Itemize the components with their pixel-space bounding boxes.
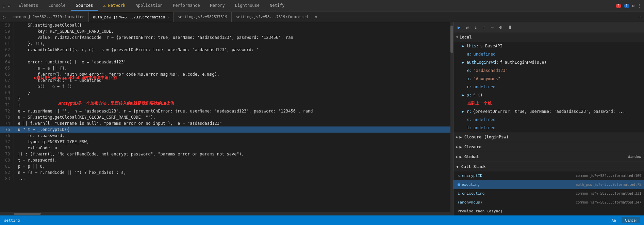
topbar-right: 2 1 ⚙ ⋮ <box>616 3 641 8</box>
file-tab-setting2[interactable]: setting.js?v=58...7319:formatted <box>232 12 312 22</box>
tab-elements[interactable]: Elements <box>14 1 43 11</box>
tab-sources[interactable]: Sources <box>71 1 98 11</box>
scope-t-key: t: <box>467 124 472 131</box>
closure-chevron <box>456 144 458 150</box>
line-number: 81 <box>0 163 14 169</box>
h-scroll-thumb[interactable] <box>14 213 41 215</box>
main-content: 58 SF.setting.setGlobal({ 59 key: KEY_GL… <box>0 22 644 215</box>
line-code: }, !1), <box>14 41 453 47</box>
line-code: value: r.data.csrfRandCode r = {preventO… <box>14 34 453 41</box>
code-scroll[interactable]: 58 SF.setting.setGlobal({ 59 key: KEY_GL… <box>0 22 453 215</box>
scope-this[interactable]: ▶ this: s.BaseAPI <box>453 42 644 50</box>
deactivate-btn[interactable]: ⊘ <box>498 24 503 31</box>
device-icon[interactable]: ⊡ <box>8 3 10 8</box>
line-code: u ? t = _.encryptID({ <box>14 126 453 133</box>
scope-n[interactable]: n: undefined <box>453 83 644 91</box>
line-number: 76 <box>0 133 14 139</box>
scope-local-header[interactable]: Local <box>453 32 644 42</box>
local-chevron <box>456 34 458 41</box>
global-header[interactable]: ▶ Global Window <box>453 152 644 162</box>
panel-toggle[interactable]: ▷ <box>0 14 8 20</box>
code-line-76: 76 id: r.password, <box>0 133 453 139</box>
step-into-btn[interactable]: ↓ <box>473 24 478 31</box>
line-number: 78 <box>0 145 14 151</box>
callstack-item-excuting[interactable]: excuting auth_psw.js?v=5...9:formatted:7… <box>453 180 644 189</box>
callstack-excuting-wrapper: excuting <box>458 181 480 188</box>
callstack-item-promise[interactable]: Promise.then (async) <box>453 207 644 215</box>
scope-a-val: undefined <box>473 51 495 58</box>
scope-r[interactable]: ▶ r: {preventOnError: true, userName: 'a… <box>453 107 644 116</box>
scope-t[interactable]: t: undefined <box>453 124 644 132</box>
code-editor[interactable]: 58 SF.setting.setGlobal({ 59 key: KEY_GL… <box>0 22 453 215</box>
code-line-83: 83 ... <box>0 176 453 182</box>
callstack-loc-2: common.js?v=582...:formatted:331 <box>576 190 641 197</box>
line-code: c.handleAuthResult(s, r, o) s = {prevent… <box>14 47 453 53</box>
code-line-78: 78 extraCode: u <box>0 145 453 151</box>
scope-a[interactable]: a: undefined <box>453 50 644 58</box>
line-code: id: r.password, <box>14 133 453 139</box>
scope-auth-key: ▶ authLoginPwd: <box>462 59 498 66</box>
tab-lighthouse[interactable]: Lighthouse <box>230 1 264 11</box>
line-code: u = SF.setting.getGlobal(KEY_GLOBAL_CSRF… <box>14 114 453 120</box>
code-line-74: 74 e || f.warn(l, "username is null", "p… <box>0 120 453 126</box>
callstack-header[interactable]: ▼ Call Stack <box>453 162 644 171</box>
file-tab-auth[interactable]: auth_psw.js?v=5...7319:formatted ✕ <box>89 12 174 22</box>
step-out-btn[interactable]: ↑ <box>481 24 486 31</box>
line-number: 59 <box>0 28 14 34</box>
scrollbar-thumb[interactable] <box>450 26 453 53</box>
tab-console[interactable]: Console <box>44 1 70 11</box>
line-number: 67 <box>0 77 14 84</box>
pause-exceptions-btn[interactable]: ⏸ <box>506 24 514 31</box>
scope-o[interactable]: ▶ o: f () <box>453 91 644 99</box>
callstack-item-anonymous[interactable]: (anonymous) common.js?v=582...:formatted… <box>453 198 644 207</box>
callstack-name-2: i.onExcuting <box>458 190 484 197</box>
tab-application[interactable]: Application <box>131 1 167 11</box>
callstack-loc-1: auth_psw.js?v=5...9:formatted:75 <box>576 181 641 188</box>
scope-e-val: "asdasdasd123" <box>473 67 508 74</box>
callstack-item-ionexcuting[interactable]: i.onExcuting common.js?v=582...:formatte… <box>453 189 644 198</box>
scope-s[interactable]: s: undefined <box>453 116 644 124</box>
scope-e[interactable]: e: "asdasdasd123" <box>453 66 644 75</box>
line-code: ... <box>14 176 453 182</box>
cancel-button[interactable]: Cancel <box>622 217 640 223</box>
line-code: } <box>14 90 453 96</box>
callstack-loc-3: common.js?v=582...:formatted:347 <box>576 199 641 206</box>
file-tab-close-auth[interactable]: ✕ <box>167 15 169 19</box>
scope-panel[interactable]: Local ▶ this: s.BaseAPI a: undefined ▶ a… <box>453 32 644 215</box>
resume-btn[interactable]: ▶ <box>456 24 462 31</box>
tab-memory[interactable]: Memory <box>205 1 229 11</box>
callstack-item-encryptid[interactable]: s.encryptID common.js?v=582...:formatted… <box>453 171 644 180</box>
closure-loginpsw-label: ▶ Closure (loginPsw) <box>459 134 509 140</box>
file-tab-common[interactable]: common.js?v=582...7319:formatted <box>8 12 89 22</box>
tab-netify[interactable]: Netify <box>265 1 289 11</box>
line-number: 82 <box>0 169 14 176</box>
settings-icon[interactable]: ⚙ <box>632 3 634 8</box>
line-code: } <box>14 96 453 102</box>
line-code: o() o = f () <box>14 84 453 90</box>
scope-authloginpwd[interactable]: ▶ authLoginPwd: f authLoginPwd(s,e) <box>453 58 644 66</box>
line-number: 69 <box>0 90 14 96</box>
scope-i[interactable]: i: "Anonymous" <box>453 75 644 83</box>
line-code: n = (s = r.randCode || "") ? hex_md5(s) … <box>14 169 453 176</box>
scope-s-key: s: <box>467 116 472 123</box>
callstack-label: ▼ Call Stack <box>456 163 486 170</box>
line-number: 75 <box>0 126 14 133</box>
file-tabs-more[interactable]: » <box>312 15 320 19</box>
code-line-68: 68 o() o = f () <box>0 84 453 90</box>
step-btn[interactable]: → <box>490 24 495 31</box>
step-over-btn[interactable]: ↺ <box>464 24 470 31</box>
file-tab-setting1[interactable]: setting.js?v=582537319 <box>174 12 232 22</box>
horizontal-scrollbar[interactable] <box>0 212 450 215</box>
closure-header[interactable]: ▶ Closure <box>453 142 644 152</box>
line-number: 66 <box>0 71 14 77</box>
line-code: error: function(e) { e = 'asdasdasd123' <box>14 59 453 65</box>
inspect-icon[interactable]: ⬚ <box>3 3 5 8</box>
file-tabs-actions[interactable]: ⊡ <box>636 15 644 19</box>
file-tab-label-s2: setting.js?v=58...7319:formatted <box>236 15 308 19</box>
more-icon[interactable]: ⋮ <box>637 3 641 8</box>
tab-performance[interactable]: Performance <box>168 1 204 11</box>
closure-loginpsw-header[interactable]: ▶ Closure (loginPsw) <box>453 132 644 142</box>
vertical-scrollbar[interactable] <box>450 22 453 215</box>
tab-network[interactable]: ⚠ Network <box>98 1 130 11</box>
scope-r-key: ▶ r: <box>462 108 472 115</box>
